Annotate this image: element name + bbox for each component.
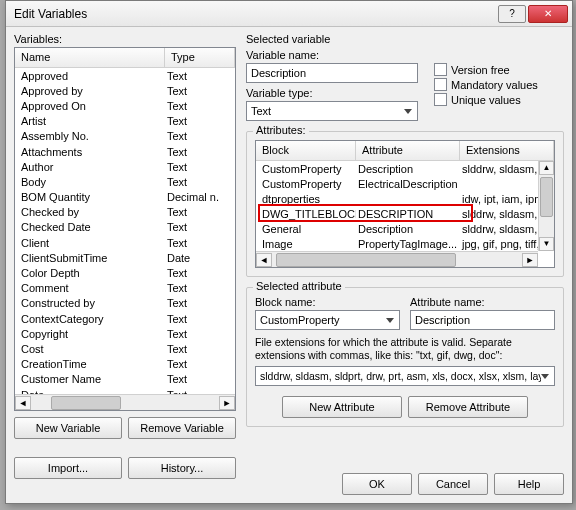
window-buttons: ? ✕ xyxy=(496,5,568,23)
dialog-body: Variables: Name Type ApprovedTextApprove… xyxy=(6,27,572,503)
variables-panel: Variables: Name Type ApprovedTextApprove… xyxy=(14,31,236,495)
col-block[interactable]: Block xyxy=(256,141,356,160)
new-attribute-button[interactable]: New Attribute xyxy=(282,396,402,418)
list-item[interactable]: Customer NameText xyxy=(15,372,235,387)
col-type[interactable]: Type xyxy=(165,48,235,67)
table-row[interactable]: CustomPropertyElectricalDescription xyxy=(256,176,554,191)
list-item[interactable]: ApprovedText xyxy=(15,68,235,83)
scroll-left-icon[interactable]: ◄ xyxy=(15,396,31,410)
variable-type-select[interactable]: Text xyxy=(246,101,418,121)
mandatory-label: Mandatory values xyxy=(451,79,538,91)
attr-scroll-left-icon[interactable]: ◄ xyxy=(256,253,272,267)
titlebar: Edit Variables ? ✕ xyxy=(6,1,572,27)
list-item[interactable]: BOM QuantityDecimal n. xyxy=(15,190,235,205)
col-name[interactable]: Name xyxy=(15,48,165,67)
table-row[interactable]: dtpropertiesidw, ipt, iam, ipn, id... xyxy=(256,191,554,206)
scroll-track[interactable] xyxy=(31,396,219,410)
scroll-down-icon[interactable]: ▼ xyxy=(539,237,554,251)
table-row[interactable]: DWG_TITLEBLOCKDESCRIPTIONslddrw, sldasm,… xyxy=(256,206,554,221)
list-item[interactable]: ArtistText xyxy=(15,114,235,129)
chevron-down-icon xyxy=(404,109,412,114)
variables-listbox[interactable]: Name Type ApprovedTextApproved byTextApp… xyxy=(14,47,236,411)
scroll-right-icon[interactable]: ► xyxy=(219,396,235,410)
variable-type-label: Variable type: xyxy=(246,87,418,99)
col-attribute[interactable]: Attribute xyxy=(356,141,460,160)
window-title: Edit Variables xyxy=(14,7,496,21)
new-variable-button[interactable]: New Variable xyxy=(14,417,122,439)
list-item[interactable]: ContextCategoryText xyxy=(15,311,235,326)
scroll-up-icon[interactable]: ▲ xyxy=(539,161,554,175)
list-item[interactable]: CostText xyxy=(15,341,235,356)
attributes-label: Attributes: xyxy=(253,124,309,136)
list-item[interactable]: Color DepthText xyxy=(15,265,235,280)
table-row[interactable]: CustomPropertyDescriptionslddrw, sldasm,… xyxy=(256,161,554,176)
list-item[interactable]: Approved byText xyxy=(15,83,235,98)
extensions-select[interactable]: slddrw, sldasm, sldprt, drw, prt, asm, x… xyxy=(255,366,555,386)
list-item[interactable]: ClientText xyxy=(15,235,235,250)
attr-scroll-thumb[interactable] xyxy=(276,253,456,267)
history-button[interactable]: History... xyxy=(128,457,236,479)
selected-attribute-heading: Selected attribute xyxy=(253,280,345,292)
help-icon[interactable]: ? xyxy=(498,5,526,23)
list-item[interactable]: CommentText xyxy=(15,281,235,296)
list-item[interactable]: BodyText xyxy=(15,174,235,189)
unique-checkbox[interactable] xyxy=(434,93,447,106)
variables-label: Variables: xyxy=(14,33,236,45)
list-item[interactable]: AttachmentsText xyxy=(15,144,235,159)
list-item[interactable]: AuthorText xyxy=(15,159,235,174)
remove-variable-button[interactable]: Remove Variable xyxy=(128,417,236,439)
block-name-value: CustomProperty xyxy=(260,314,339,326)
remove-attribute-button[interactable]: Remove Attribute xyxy=(408,396,528,418)
attr-h-scrollbar[interactable]: ◄ ► xyxy=(256,251,538,267)
ok-button[interactable]: OK xyxy=(342,473,412,495)
dialog-buttons: OK Cancel Help xyxy=(342,473,564,495)
versionfree-label: Version free xyxy=(451,64,510,76)
extensions-value: slddrw, sldasm, sldprt, drw, prt, asm, x… xyxy=(260,370,541,382)
unique-label: Unique values xyxy=(451,94,521,106)
list-item[interactable]: CreationTimeText xyxy=(15,357,235,372)
list-item[interactable]: ClientSubmitTimeDate xyxy=(15,250,235,265)
list-item[interactable]: CopyrightText xyxy=(15,326,235,341)
mandatory-checkbox[interactable] xyxy=(434,78,447,91)
selected-variable-heading: Selected variable xyxy=(246,33,564,45)
list-item[interactable]: Checked DateText xyxy=(15,220,235,235)
col-extensions[interactable]: Extensions xyxy=(460,141,554,160)
scroll-thumb[interactable] xyxy=(51,396,121,410)
block-name-label: Block name: xyxy=(255,296,400,308)
list-item[interactable]: Checked byText xyxy=(15,205,235,220)
right-panel: Selected variable Variable name: Variabl… xyxy=(246,31,564,495)
close-icon[interactable]: ✕ xyxy=(528,5,568,23)
help-button[interactable]: Help xyxy=(494,473,564,495)
attr-scroll-right-icon[interactable]: ► xyxy=(522,253,538,267)
block-name-select[interactable]: CustomProperty xyxy=(255,310,400,330)
attributes-header: Block Attribute Extensions xyxy=(256,141,554,161)
list-item[interactable]: DateText xyxy=(15,387,235,394)
variable-name-label: Variable name: xyxy=(246,49,418,61)
attribute-name-input[interactable] xyxy=(410,310,555,330)
list-item[interactable]: Assembly No.Text xyxy=(15,129,235,144)
extensions-note: File extensions for which the attribute … xyxy=(255,336,555,362)
table-row[interactable]: ImagePropertyTagImage...jpg, gif, png, t… xyxy=(256,236,554,251)
import-button[interactable]: Import... xyxy=(14,457,122,479)
chevron-down-icon xyxy=(386,318,394,323)
variable-name-input[interactable] xyxy=(246,63,418,83)
cancel-button[interactable]: Cancel xyxy=(418,473,488,495)
chevron-down-icon xyxy=(541,374,549,379)
list-item[interactable]: Approved OnText xyxy=(15,98,235,113)
variables-header: Name Type xyxy=(15,48,235,68)
variables-rows: ApprovedTextApproved byTextApproved OnTe… xyxy=(15,68,235,394)
list-item[interactable]: Constructed byText xyxy=(15,296,235,311)
v-scrollbar[interactable]: ▲ ▼ xyxy=(538,161,554,251)
dialog-window: Edit Variables ? ✕ Variables: Name Type … xyxy=(5,0,573,504)
v-scroll-thumb[interactable] xyxy=(540,177,553,217)
table-row[interactable]: GeneralDescriptionslddrw, sldasm, sld... xyxy=(256,221,554,236)
attribute-name-label: Attribute name: xyxy=(410,296,555,308)
variable-type-value: Text xyxy=(251,105,271,117)
h-scrollbar[interactable]: ◄ ► xyxy=(15,394,235,410)
attributes-listbox[interactable]: Block Attribute Extensions CustomPropert… xyxy=(255,140,555,268)
versionfree-checkbox[interactable] xyxy=(434,63,447,76)
